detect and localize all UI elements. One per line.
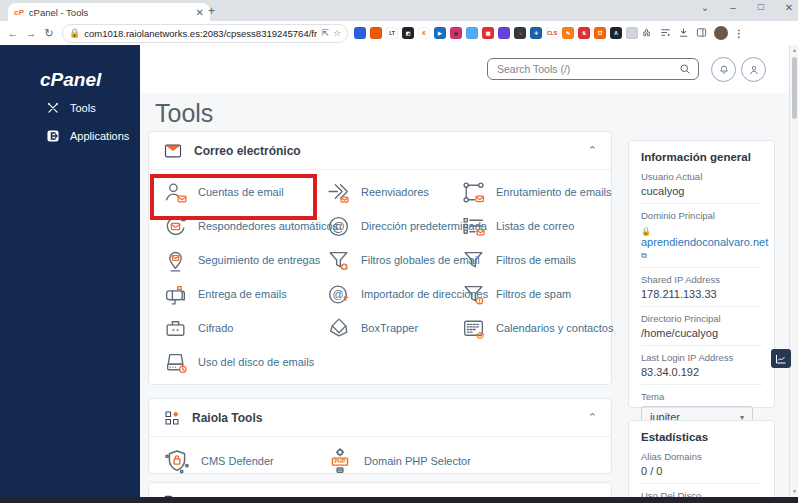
scroll-down-icon[interactable]: ▼ — [790, 488, 798, 494]
reload-icon[interactable]: ↻ — [40, 27, 58, 40]
maximize-button[interactable]: ▢ — [750, 2, 772, 11]
url-text[interactable]: com1018.raiolanetworks.es:2083/cpsess831… — [84, 28, 317, 39]
taskbar-edge — [0, 497, 798, 503]
tool-item-filtros-de-emails[interactable]: Filtros de emails — [461, 243, 613, 277]
sidebar-item-label: Applications — [70, 130, 129, 142]
tool-item-entrega[interactable]: Entrega de emails — [163, 277, 326, 311]
tools-icon — [46, 101, 60, 115]
chrome-more-icon[interactable]: ⌄ — [694, 2, 716, 13]
tool-item-enrutamiento[interactable]: Enrutamiento de emails — [461, 175, 613, 209]
extension-icon-10[interactable] — [498, 27, 510, 39]
sidebar-item-applications[interactable]: Applications — [0, 123, 140, 149]
address-bar[interactable]: 🔒 com1018.raiolanetworks.es:2083/cpsess8… — [62, 24, 348, 43]
extension-icon-8[interactable] — [466, 27, 478, 39]
back-icon[interactable]: ← — [4, 27, 22, 39]
browser-window: cP cPanel - Tools ✕ + ⌄ – ▢ ✕ ← → ↻ 🔒 co… — [0, 0, 798, 503]
tool-item-listas-de-correo[interactable]: Listas de correo — [461, 209, 613, 243]
forward-icon[interactable]: → — [22, 27, 40, 39]
svg-text:PHP: PHP — [334, 458, 345, 464]
tool-item-importador[interactable]: @ Importador de direcciones — [326, 277, 461, 311]
tool-item-filtros-globales[interactable]: Filtros globales de email — [326, 243, 461, 277]
raiola-section-header[interactable]: Raiola Tools ⌃ — [149, 399, 611, 437]
disk-usage-icon — [163, 350, 188, 375]
global-filters-icon — [326, 248, 351, 273]
tool-item-cifrado[interactable]: Cifrado — [163, 311, 326, 345]
extensions-row: LT◩K▶◉▦●✛CLS✎⇅ᗢA — [354, 27, 642, 39]
tool-item-cms-defender[interactable]: CMS Defender — [163, 442, 326, 480]
mailing-lists-icon — [461, 214, 486, 239]
tool-item-filtros-spam[interactable]: Filtros de spam — [461, 277, 613, 311]
notifications-button[interactable] — [711, 57, 736, 82]
extension-icon-17[interactable]: A — [610, 27, 622, 39]
extension-icon-4[interactable]: ◩ — [402, 27, 414, 39]
cpanel-sidebar: cPanel Tools Applications — [0, 45, 140, 503]
raiola-tools-grid: CMS Defender PHP Domain PHP Selector — [149, 437, 611, 480]
info-field-usuario: Usuario Actual cucalyog — [641, 165, 762, 204]
tool-item-php-selector[interactable]: PHP Domain PHP Selector — [326, 442, 461, 480]
extension-icon-2[interactable] — [370, 27, 382, 39]
stats-toggle-button[interactable] — [771, 349, 791, 368]
browser-toolbar: ← → ↻ 🔒 com1018.raiolanetworks.es:2083/c… — [0, 21, 798, 46]
cms-defender-icon — [163, 447, 191, 475]
user-icon — [748, 64, 760, 76]
info-field-directorio: Directorio Principal /home/cucalyog — [641, 307, 762, 346]
extension-icon-6[interactable]: ▶ — [434, 27, 446, 39]
side-panel-icon[interactable] — [696, 27, 707, 40]
user-menu-button[interactable] — [741, 57, 766, 82]
extension-icon-7[interactable]: ◉ — [450, 27, 462, 39]
close-button[interactable]: ✕ — [778, 2, 798, 13]
extension-icon-18[interactable] — [626, 27, 638, 39]
extensions-puzzle-icon[interactable] — [642, 27, 653, 40]
raiola-section-card: Raiola Tools ⌃ CMS Defender PHP — [148, 398, 612, 474]
extension-icon-13[interactable]: CLS — [546, 27, 558, 39]
php-selector-icon: PHP — [326, 447, 354, 475]
tool-item-direccion-predeterminada[interactable]: @ Dirección predeterminada — [326, 209, 461, 243]
new-tab-button[interactable]: + — [208, 4, 215, 18]
profile-avatar[interactable] — [714, 26, 728, 40]
extension-icon-3[interactable]: LT — [386, 27, 398, 39]
archivos-section-header[interactable]: Archivos ⌃ — [149, 483, 611, 497]
external-link-icon: ⧉ — [641, 251, 647, 260]
bookmark-star-icon[interactable]: ☆ — [333, 28, 341, 38]
stats-field-alias: Alias Domains 0 / 0 — [641, 445, 762, 484]
browser-tab[interactable]: cP cPanel - Tools ✕ — [8, 3, 210, 21]
page-scrollbar[interactable]: ▲ ▼ — [789, 45, 798, 497]
extension-icon-14[interactable]: ✎ — [562, 27, 574, 39]
email-section-header[interactable]: Correo electrónico ⌃ — [149, 132, 611, 170]
collapse-chevron-icon[interactable]: ⌃ — [588, 411, 597, 424]
media-queue-icon[interactable] — [660, 27, 671, 40]
collapse-chevron-icon[interactable]: ⌃ — [588, 144, 597, 157]
chart-icon — [775, 353, 787, 365]
downloads-icon[interactable] — [678, 27, 689, 40]
extension-icon-11[interactable]: ● — [514, 27, 526, 39]
tool-item-uso-disco[interactable]: Uso del disco de emails — [163, 345, 326, 379]
extension-icon-12[interactable]: ✛ — [530, 27, 542, 39]
statistics-card: Estadísticas Alias Domains 0 / 0 Uso Del… — [628, 420, 775, 497]
header-bar — [140, 45, 789, 94]
tool-item-calendarios[interactable]: @ Calendarios y contactos — [461, 311, 613, 345]
browser-menu-icon[interactable]: ⋮ — [734, 28, 744, 39]
tool-item-seguimiento[interactable]: Seguimiento de entregas — [163, 243, 326, 277]
search-box[interactable] — [487, 58, 699, 80]
extension-icon-5[interactable]: K — [418, 27, 430, 39]
search-input[interactable] — [495, 62, 679, 76]
tool-item-reenviadores[interactable]: Reenviadores — [326, 175, 461, 209]
email-deliverability-icon — [163, 282, 188, 307]
cpanel-favicon-icon: cP — [14, 8, 24, 17]
tab-close-icon[interactable]: ✕ — [196, 7, 204, 18]
scrollbar-thumb[interactable] — [792, 57, 797, 119]
svg-text:@: @ — [476, 330, 484, 340]
minimize-button[interactable]: – — [722, 2, 744, 13]
extension-icon-1[interactable] — [354, 27, 366, 39]
primary-domain-link[interactable]: 🔒 aprendiendoconalvaro.net ⧉ — [641, 224, 762, 261]
applications-icon — [46, 129, 60, 143]
tool-item-boxtrapper[interactable]: BoxTrapper — [326, 311, 461, 345]
extension-icon-9[interactable]: ▦ — [482, 27, 494, 39]
share-icon[interactable]: ⇱ — [321, 28, 329, 38]
sidebar-item-tools[interactable]: Tools — [0, 95, 140, 121]
scroll-up-icon[interactable]: ▲ — [790, 47, 798, 53]
extension-icon-16[interactable]: ᗢ — [594, 27, 606, 39]
info-field-last-login: Last Login IP Address 83.34.0.192 — [641, 346, 762, 385]
extension-icon-15[interactable]: ⇅ — [578, 27, 590, 39]
email-section-card: Correo electrónico ⌃ Cuentas de email Re… — [148, 131, 612, 385]
